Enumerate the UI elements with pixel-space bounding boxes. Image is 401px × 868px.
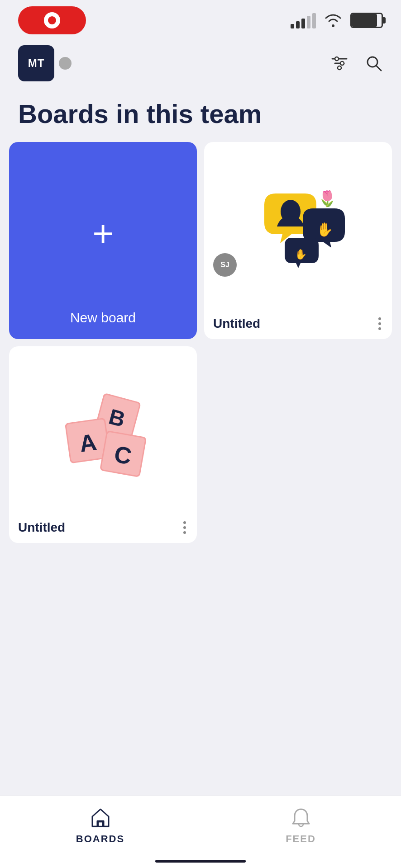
battery-icon: [350, 13, 383, 28]
svg-rect-21: [98, 822, 103, 826]
board-thumbnail-2: B A C: [9, 346, 197, 513]
feed-nav-label: FEED: [286, 833, 316, 845]
search-button[interactable]: [365, 54, 383, 72]
board-card-footer-2: Untitled: [9, 512, 197, 543]
top-nav-right: [330, 54, 383, 72]
signal-icon: [291, 12, 316, 28]
board-thumbnail-1: ✋ ✋ 🌷 SJ: [204, 142, 392, 308]
record-dot-icon: [44, 12, 60, 28]
boards-nav-label: BOARDS: [76, 833, 124, 845]
svg-text:✋: ✋: [316, 222, 334, 238]
svg-point-4: [340, 61, 344, 65]
top-nav-left: MT: [18, 45, 72, 81]
menu-dot: [183, 531, 186, 534]
filter-button[interactable]: [330, 54, 348, 72]
menu-dot: [378, 322, 381, 325]
svg-line-7: [376, 66, 381, 71]
search-icon: [365, 54, 383, 72]
board-menu-button-1[interactable]: [377, 316, 383, 332]
svg-point-3: [335, 57, 339, 61]
nav-item-boards[interactable]: BOARDS: [0, 806, 200, 845]
new-board-card[interactable]: + New board: [9, 142, 197, 339]
svg-text:🌷: 🌷: [318, 189, 337, 208]
svg-text:A: A: [77, 429, 98, 458]
top-navigation: MT: [0, 41, 401, 90]
board-name-1: Untitled: [213, 316, 260, 331]
bottom-navigation: BOARDS FEED: [0, 796, 401, 868]
abc-illustration: B A C: [53, 379, 153, 479]
menu-dot: [378, 317, 381, 320]
board-card-1[interactable]: ✋ ✋ 🌷 SJ Untitled: [204, 142, 392, 339]
svg-point-5: [338, 66, 341, 70]
board-name-2: Untitled: [18, 520, 65, 535]
team-avatar[interactable]: MT: [18, 45, 54, 81]
board-menu-button-2[interactable]: [181, 519, 188, 536]
filter-icon: [330, 54, 348, 72]
menu-dot: [183, 521, 186, 524]
feed-nav-icon: [289, 806, 313, 830]
boards-nav-icon: [89, 806, 112, 830]
extra-avatar: [59, 57, 72, 70]
new-board-label: New board: [9, 310, 197, 326]
status-bar: [0, 0, 401, 41]
svg-text:✋: ✋: [295, 248, 307, 260]
status-bar-right: [291, 12, 383, 28]
plus-icon: +: [92, 216, 114, 252]
menu-dot: [378, 327, 381, 330]
board-card-2[interactable]: B A C Untitled: [9, 346, 197, 543]
board-card-footer-1: Untitled: [204, 308, 392, 339]
page-title: Boards in this team: [0, 90, 401, 142]
record-button[interactable]: [18, 6, 86, 34]
home-indicator: [155, 860, 246, 863]
board-avatar-sj: SJ: [213, 253, 237, 277]
wifi-icon: [324, 14, 342, 27]
nav-item-feed[interactable]: FEED: [200, 806, 401, 845]
boards-grid: + New board ✋ ✋ 🌷: [0, 142, 401, 552]
menu-dot: [183, 526, 186, 529]
status-bar-left: [18, 6, 86, 34]
chat-illustration: ✋ ✋ 🌷: [251, 178, 346, 273]
